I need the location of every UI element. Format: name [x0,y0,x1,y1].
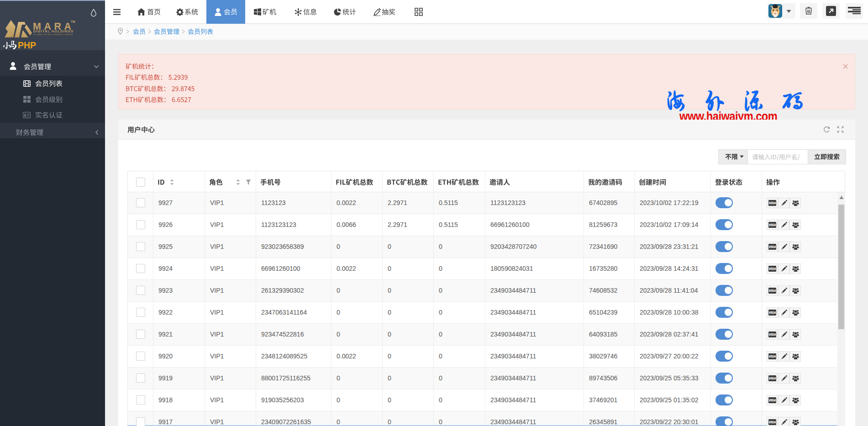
svg-text:VISA: VISA [769,377,776,380]
svg-text:VISA: VISA [769,399,776,402]
svg-text:VISA: VISA [769,333,776,336]
svg-text:VISA: VISA [769,355,776,358]
svg-text:VISA: VISA [769,421,776,424]
svg-text:VISA: VISA [769,267,776,270]
svg-text:VISA: VISA [769,245,776,248]
svg-text:VISA: VISA [769,201,776,205]
svg-text:VISA: VISA [769,223,776,226]
svg-text:VISA: VISA [769,289,776,292]
svg-text:VISA: VISA [769,311,776,314]
